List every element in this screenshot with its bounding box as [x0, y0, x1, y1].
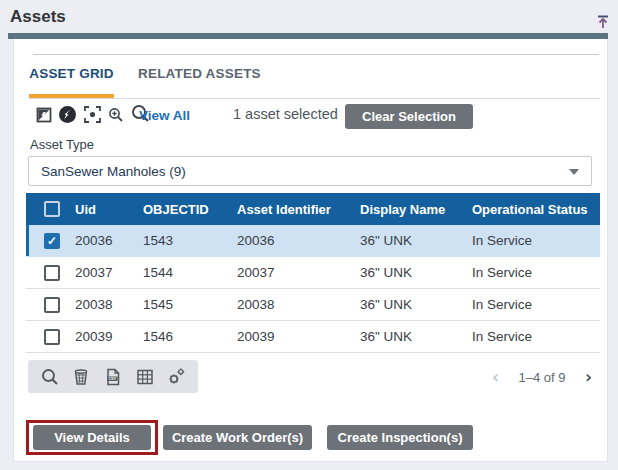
column-header-display-name[interactable]: Display Name — [360, 202, 472, 217]
create-work-orders-button[interactable]: Create Work Order(s) — [163, 425, 312, 450]
page-range-label: 1–4 of 9 — [519, 370, 566, 385]
flash-selection-icon[interactable] — [36, 107, 52, 123]
tab-asset-grid[interactable]: ASSET GRID — [29, 66, 114, 81]
row-checkbox-cell — [26, 265, 75, 281]
select-all-checkbox[interactable] — [44, 201, 60, 217]
view-details-button[interactable]: View Details — [33, 425, 151, 450]
tab-divider — [29, 98, 600, 99]
collapse-panel-button[interactable] — [594, 13, 612, 31]
cell-objectid: 1545 — [143, 297, 237, 312]
asset-type-label: Asset Type — [30, 137, 94, 152]
column-header-objectid[interactable]: OBJECTID — [143, 202, 237, 217]
cell-operational-status: In Service — [472, 297, 600, 312]
column-header-operational-status[interactable]: Operational Status — [472, 202, 600, 217]
column-header-asset-identifier[interactable]: Asset Identifier — [237, 202, 360, 217]
table-body: ✓ 20036 1543 20036 36" UNK In Service 20… — [26, 225, 600, 353]
divider — [33, 54, 599, 55]
row-checkbox[interactable] — [44, 329, 60, 345]
previous-page-button[interactable]: ‹ — [492, 367, 499, 387]
cell-objectid: 1543 — [143, 233, 237, 248]
cell-asset-identifier: 20039 — [237, 329, 360, 344]
cell-objectid: 1544 — [143, 265, 237, 280]
cell-operational-status: In Service — [472, 265, 600, 280]
tab-related-assets[interactable]: RELATED ASSETS — [138, 66, 261, 81]
cell-uid: 20039 — [75, 329, 143, 344]
asset-grid-table: Uid OBJECTID Asset Identifier Display Na… — [26, 193, 600, 353]
clear-selection-button[interactable]: Clear Selection — [345, 104, 473, 129]
grid-settings-icon[interactable] — [166, 367, 186, 387]
cell-asset-identifier: 20037 — [237, 265, 360, 280]
svg-text:CSV: CSV — [108, 377, 116, 381]
row-checkbox-cell — [26, 297, 75, 313]
table-row[interactable]: 20037 1544 20037 36" UNK In Service — [26, 257, 600, 289]
cell-display-name: 36" UNK — [360, 233, 472, 248]
assets-panel: Assets ASSET GRID RELATED ASSETS — [0, 0, 618, 470]
cell-display-name: 36" UNK — [360, 297, 472, 312]
chevron-down-icon — [569, 169, 579, 175]
table-row[interactable]: 20039 1546 20039 36" UNK In Service — [26, 321, 600, 353]
export-csv-icon[interactable]: CSV — [103, 367, 123, 387]
cell-asset-identifier: 20036 — [237, 233, 360, 248]
column-layout-icon[interactable] — [135, 367, 155, 387]
table-header-row: Uid OBJECTID Asset Identifier Display Na… — [26, 193, 600, 225]
collapse-up-icon — [594, 13, 612, 31]
zoom-to-selection-icon[interactable] — [84, 106, 101, 123]
cell-objectid: 1546 — [143, 329, 237, 344]
row-checkbox[interactable]: ✓ — [44, 233, 60, 249]
search-icon[interactable] — [40, 367, 60, 387]
header-checkbox-cell — [26, 201, 75, 217]
create-inspections-button[interactable]: Create Inspection(s) — [327, 425, 473, 450]
table-row[interactable]: ✓ 20036 1543 20036 36" UNK In Service — [26, 225, 600, 257]
cell-uid: 20038 — [75, 297, 143, 312]
page-title: Assets — [10, 7, 66, 27]
selection-count-label: 1 asset selected — [233, 106, 338, 122]
cell-uid: 20036 — [75, 233, 143, 248]
view-all-link[interactable]: View All — [139, 108, 190, 123]
table-row[interactable]: 20038 1545 20038 36" UNK In Service — [26, 289, 600, 321]
clear-flash-icon[interactable] — [58, 105, 77, 124]
cell-display-name: 36" UNK — [360, 265, 472, 280]
cell-display-name: 36" UNK — [360, 329, 472, 344]
grid-footer-toolbar: CSV — [28, 360, 198, 393]
row-checkbox[interactable] — [44, 297, 60, 313]
row-checkbox-cell — [26, 329, 75, 345]
cell-uid: 20037 — [75, 265, 143, 280]
column-header-uid[interactable]: Uid — [75, 202, 143, 217]
cell-asset-identifier: 20038 — [237, 297, 360, 312]
delete-icon[interactable] — [71, 367, 91, 387]
next-page-button[interactable]: › — [585, 367, 592, 387]
pagination: ‹ 1–4 of 9 › — [492, 366, 592, 388]
cell-operational-status: In Service — [472, 233, 600, 248]
zoom-in-icon[interactable] — [108, 107, 124, 123]
row-checkbox-cell: ✓ — [26, 233, 75, 249]
asset-type-dropdown[interactable]: SanSewer Manholes (9) — [28, 156, 592, 186]
cell-operational-status: In Service — [472, 329, 600, 344]
row-checkbox[interactable] — [44, 265, 60, 281]
asset-type-value: SanSewer Manholes (9) — [41, 164, 186, 179]
